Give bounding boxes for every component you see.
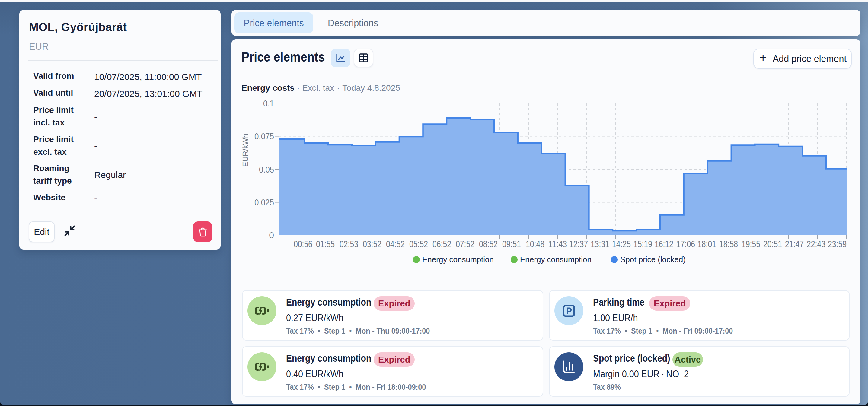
svg-text:21:47: 21:47 (785, 239, 804, 249)
svg-text:19:55: 19:55 (742, 239, 760, 249)
svg-text:17:06: 17:06 (676, 239, 695, 249)
svg-text:14:25: 14:25 (612, 239, 631, 249)
svg-text:EUR/kWh: EUR/kWh (241, 134, 250, 167)
svg-text:07:52: 07:52 (456, 239, 474, 249)
svg-text:0.1: 0.1 (263, 98, 274, 108)
svg-text:0.025: 0.025 (254, 197, 274, 207)
svg-text:13:31: 13:31 (591, 239, 609, 249)
svg-text:20:51: 20:51 (763, 239, 782, 249)
svg-text:00:56: 00:56 (294, 239, 312, 249)
svg-text:11:43: 11:43 (548, 239, 567, 249)
svg-text:15:19: 15:19 (633, 239, 652, 249)
svg-text:12:37: 12:37 (569, 239, 588, 249)
svg-text:22:43: 22:43 (807, 239, 826, 249)
svg-text:0.075: 0.075 (254, 131, 274, 141)
svg-text:01:55: 01:55 (316, 239, 335, 249)
svg-text:08:52: 08:52 (479, 239, 498, 249)
svg-text:05:52: 05:52 (409, 239, 428, 249)
svg-text:03:52: 03:52 (363, 239, 381, 249)
svg-text:06:52: 06:52 (433, 239, 451, 249)
svg-text:04:52: 04:52 (386, 239, 405, 249)
svg-text:09:51: 09:51 (502, 239, 521, 249)
svg-text:02:53: 02:53 (340, 239, 358, 249)
svg-text:23:59: 23:59 (828, 239, 846, 249)
svg-text:0.05: 0.05 (259, 164, 274, 174)
svg-text:10:48: 10:48 (526, 239, 545, 249)
svg-text:16:12: 16:12 (655, 239, 673, 249)
svg-text:0: 0 (269, 230, 274, 240)
svg-text:18:01: 18:01 (698, 239, 716, 249)
svg-text:18:58: 18:58 (719, 239, 738, 249)
